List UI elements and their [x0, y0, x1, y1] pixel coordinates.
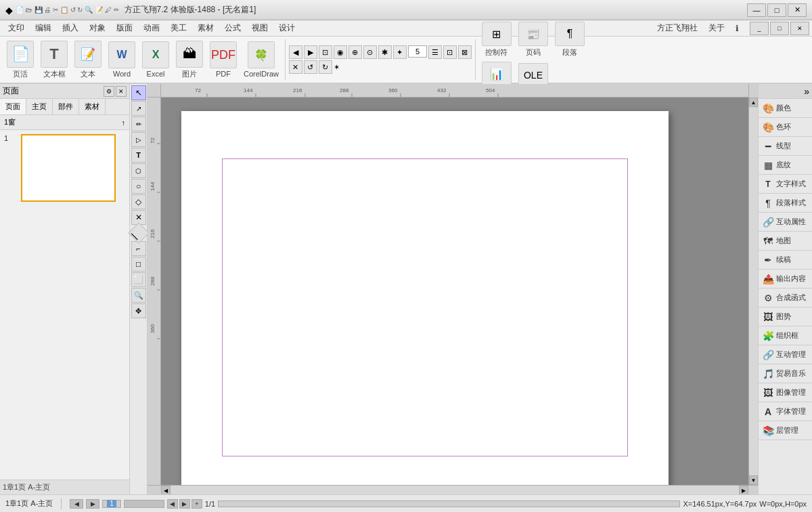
- menu-item-insert[interactable]: 插入: [57, 20, 84, 36]
- toolbar-small-btn-10[interactable]: ⊡: [443, 45, 457, 59]
- toolbar-btn-page[interactable]: 📰: [518, 22, 548, 46]
- right-item-parastyle[interactable]: ¶ 段落样式: [759, 194, 812, 213]
- toolbar-btn-excel[interactable]: X: [142, 41, 169, 68]
- status-scroll-track[interactable]: [124, 500, 164, 508]
- right-item-imgmgr[interactable]: 🖼 图像管理: [759, 383, 812, 402]
- menu-item-edit[interactable]: 编辑: [30, 20, 57, 36]
- status-nav-prev[interactable]: ◀: [167, 499, 178, 509]
- right-item-orgchart[interactable]: 🧩 组织框: [759, 326, 812, 345]
- scroll-up-btn[interactable]: ▲: [749, 98, 758, 107]
- close-button[interactable]: ✕: [788, 3, 807, 17]
- menu-item-art[interactable]: 美工: [165, 20, 192, 36]
- status-scroll-left[interactable]: ◀: [70, 499, 83, 509]
- tool-text[interactable]: T: [131, 148, 146, 163]
- menu-item-file[interactable]: 文印: [3, 20, 30, 36]
- menu-item-view[interactable]: 视图: [246, 20, 273, 36]
- sort-icon[interactable]: ↑: [122, 119, 126, 127]
- tab-page[interactable]: 页面: [0, 99, 26, 114]
- toolbar-small-btn-9[interactable]: ☰: [428, 45, 442, 59]
- sub-minimize-button[interactable]: _: [750, 22, 769, 35]
- toolbar-btn-image[interactable]: 🏔: [176, 41, 203, 68]
- toolbar-small-btn-12[interactable]: ✕: [289, 60, 302, 74]
- scroll-right-btn[interactable]: ▶: [739, 486, 748, 494]
- tab-component[interactable]: 部件: [53, 99, 79, 114]
- canvas-scroll[interactable]: [161, 98, 748, 485]
- tab-master[interactable]: 主页: [26, 99, 53, 114]
- right-item-music[interactable]: 🎵 贸易音乐: [759, 364, 812, 383]
- right-item-map[interactable]: 🗺 地图: [759, 232, 812, 251]
- sub-maximize-button[interactable]: □: [770, 22, 789, 35]
- tool-rect[interactable]: □: [131, 257, 146, 272]
- right-panel-expand-icon[interactable]: »: [804, 86, 809, 97]
- menu-item-material[interactable]: 素材: [192, 20, 219, 36]
- status-nav-add[interactable]: +: [191, 499, 202, 509]
- tool-arrow-right[interactable]: ↗: [131, 101, 146, 116]
- scroll-left-btn[interactable]: ◀: [161, 486, 171, 494]
- toolbar-small-btn-8[interactable]: ✦: [393, 45, 407, 59]
- toolbar-small-btn-11[interactable]: ⊠: [458, 45, 472, 59]
- panel-btn-settings[interactable]: ⚙: [104, 86, 114, 97]
- tool-pen[interactable]: ✏: [131, 116, 146, 131]
- right-item-colorwheel[interactable]: 🎨 色环: [759, 118, 812, 137]
- tool-zoom[interactable]: 🔍: [131, 288, 146, 303]
- tool-rect2[interactable]: ⬜: [131, 272, 146, 287]
- toolbar-small-btn-7[interactable]: ✱: [378, 45, 392, 59]
- right-item-layermgr[interactable]: 📚 层管理: [759, 421, 812, 440]
- right-item-interactive[interactable]: 🔗 互动属性: [759, 213, 812, 232]
- right-item-fontmgr[interactable]: A 字体管理: [759, 402, 812, 421]
- menu-item-layout[interactable]: 版面: [111, 20, 138, 36]
- right-item-texture[interactable]: ▦ 底纹: [759, 156, 812, 175]
- vertical-scrollbar[interactable]: ▲ ▼: [748, 98, 758, 485]
- toolbar-icons: 📄 🗁 💾 🖨 ✂ 📋 ↺ ↻ 🔍 📝 🖊 ✏: [16, 6, 119, 14]
- toolbar-small-btn-4[interactable]: ◉: [334, 45, 347, 59]
- right-item-textstyle[interactable]: T 文字样式: [759, 175, 812, 194]
- tab-material[interactable]: 素材: [79, 99, 106, 114]
- toolbar-btn-pdf[interactable]: PDF: [210, 41, 237, 68]
- status-scroll-right[interactable]: ▶: [86, 499, 99, 509]
- toolbar-btn-yehuo[interactable]: 📄: [7, 41, 34, 68]
- right-item-figure[interactable]: 🖼 图势: [759, 307, 812, 326]
- toolbar-small-btn-1[interactable]: ◀: [289, 45, 302, 59]
- right-item-output[interactable]: 📤 输出内容: [759, 270, 812, 289]
- menu-item-help[interactable]: ℹ: [730, 20, 744, 36]
- toolbar-btn-text[interactable]: 📝: [74, 41, 102, 68]
- toolbar-btn-coreldraw[interactable]: 🍀: [248, 41, 275, 68]
- minimize-button[interactable]: —: [747, 3, 766, 17]
- right-item-linestyle[interactable]: ━ 线型: [759, 137, 812, 156]
- menu-item-formula[interactable]: 公式: [219, 20, 246, 36]
- right-item-compose[interactable]: ⚙ 合成函式: [759, 289, 812, 307]
- menu-item-object[interactable]: 对象: [84, 20, 111, 36]
- toolbar-btn-word[interactable]: W: [108, 41, 135, 68]
- tool-circle[interactable]: ○: [131, 179, 146, 194]
- tool-play[interactable]: ▷: [131, 132, 146, 147]
- menu-item-design[interactable]: 设计: [273, 20, 300, 36]
- right-item-continue[interactable]: ✒ 续稿: [759, 251, 812, 270]
- page-thumbnail-1[interactable]: [21, 134, 116, 202]
- scroll-down-btn[interactable]: ▼: [749, 475, 758, 485]
- tool-diamond[interactable]: ◇: [131, 194, 146, 209]
- status-nav-next[interactable]: ▶: [179, 499, 190, 509]
- panel-btn-close[interactable]: ✕: [116, 86, 127, 97]
- toolbar-small-btn-3[interactable]: ⊡: [319, 45, 332, 59]
- toolbar-small-btn-6[interactable]: ⊙: [363, 45, 377, 59]
- menu-item-about[interactable]: 关于: [703, 20, 730, 36]
- toolbar-btn-control[interactable]: ⊞: [482, 22, 512, 46]
- right-item-intmgr[interactable]: 🔗 互动管理: [759, 345, 812, 364]
- menu-item-online[interactable]: 方正飞翔社: [652, 20, 703, 36]
- tool-select[interactable]: ↖: [131, 85, 146, 100]
- toolbar-btn-layout[interactable]: 📊: [482, 62, 512, 86]
- tool-move[interactable]: ✥: [131, 303, 146, 318]
- toolbar-small-btn-14[interactable]: ↻: [319, 60, 332, 74]
- toolbar-btn-textbox[interactable]: T: [41, 41, 68, 68]
- toolbar-spin-value[interactable]: 5: [408, 45, 427, 58]
- toolbar-btn-para[interactable]: ¶: [555, 22, 585, 46]
- maximize-button[interactable]: □: [767, 3, 786, 17]
- menu-item-animation[interactable]: 动画: [138, 20, 165, 36]
- toolbar-small-btn-13[interactable]: ↺: [304, 60, 317, 74]
- tool-shape1[interactable]: ⬡: [131, 163, 146, 178]
- toolbar-small-btn-2[interactable]: ▶: [304, 45, 317, 59]
- tool-line[interactable]: |: [128, 222, 149, 243]
- right-item-color[interactable]: 🎨 颜色: [759, 99, 812, 118]
- toolbar-small-btn-5[interactable]: ⊕: [348, 45, 362, 59]
- sub-close-button[interactable]: ✕: [790, 22, 809, 35]
